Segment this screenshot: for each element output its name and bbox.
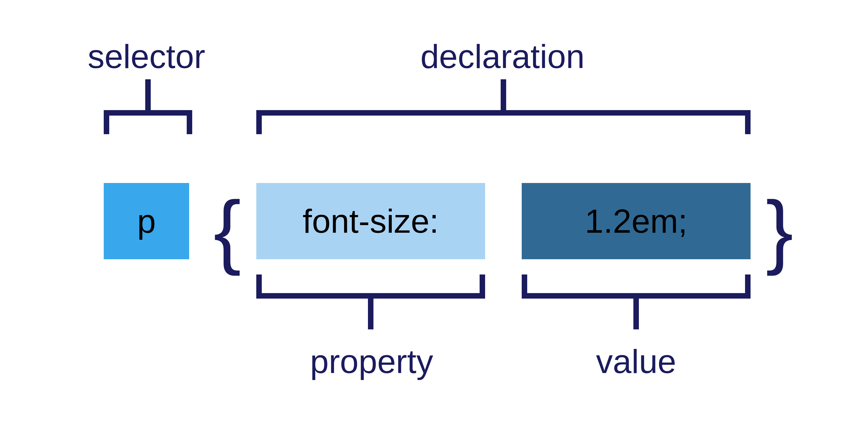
brace-open: { bbox=[214, 189, 241, 272]
selector-text: p bbox=[137, 204, 156, 238]
value-text: 1.2em; bbox=[585, 204, 687, 238]
declaration-bracket bbox=[256, 79, 750, 168]
selector-label: selector bbox=[61, 40, 232, 73]
property-text: font-size: bbox=[303, 204, 439, 238]
property-box: font-size: bbox=[256, 183, 485, 259]
value-box: 1.2em; bbox=[522, 183, 750, 259]
selector-box: p bbox=[104, 183, 189, 259]
brace-close: } bbox=[766, 189, 793, 272]
value-label: value bbox=[567, 345, 705, 378]
declaration-label: declaration bbox=[386, 40, 618, 73]
property-label: property bbox=[280, 345, 463, 378]
selector-bracket bbox=[104, 79, 192, 168]
css-rule-diagram: selector declaration p { font-size: 1.2e… bbox=[0, 0, 868, 434]
